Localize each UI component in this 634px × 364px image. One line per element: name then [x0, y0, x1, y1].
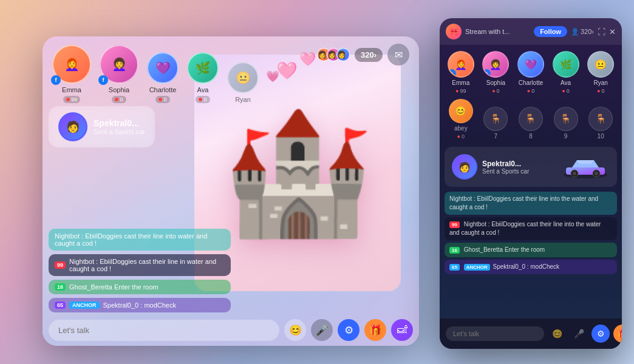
viewer-item-charlotte[interactable]: 💜 Charlotte 0 [147, 52, 179, 103]
right-chat-area: Nightbot : EbiilDoggies cast their line … [440, 189, 622, 277]
right-viewer-10[interactable]: 🪑 10 [585, 107, 616, 140]
avatar-ryan: 😐 [227, 62, 259, 93]
right-gift-action: Sent a Sports car [482, 168, 529, 175]
right-badge-sophia: ● 0 [492, 88, 499, 94]
viewer-badge-sophia: 0 [112, 96, 126, 103]
right-chat-msg-1: Nightbot : EbiilDoggies cast their line … [445, 192, 617, 215]
badge-dot [115, 98, 118, 101]
platform-icon-facebook: f [98, 75, 108, 85]
gift-sender-name: Spektral0... [94, 118, 145, 128]
right-avatar-8: 🪑 [519, 107, 543, 131]
right-settings-button[interactable]: ⚙ [591, 325, 610, 343]
gift-text-block: Spektral0... Sent a Sports car [94, 118, 145, 135]
viewer-badge-ava: 0 [196, 96, 210, 103]
gift-notification: 🧑 Spektral0... Sent a Sports car [49, 106, 155, 147]
right-viewer-9[interactable]: 🪑 9 [551, 107, 581, 140]
right-top-bar: 🎀 Stream with t... Follow 👤 320› ⛶ ✕ [440, 18, 622, 45]
right-avatar-7: 🪑 [483, 107, 508, 131]
right-gift-sender-name: Spektral0... [482, 160, 529, 168]
viewer-name-charlotte: Charlotte [149, 86, 177, 93]
right-emoji-button[interactable]: 😊 [548, 325, 566, 343]
right-gift-text: Spektral0... Sent a Sports car [482, 160, 529, 175]
viewer-badge-emma: 99 [63, 96, 80, 103]
right-gift-button[interactable]: 🎁 [613, 325, 622, 343]
chat-text-2: Nightbot : EbiilDoggies cast their line … [69, 258, 225, 272]
heart-decoration-3: 💗 [266, 70, 279, 83]
right-chat-text-3: Ghost_Beretta Enter the room [464, 246, 545, 253]
right-mic-button[interactable]: 🎤 [570, 325, 588, 343]
right-anchor-badge: ANCHOR [464, 264, 490, 271]
right-badge-abey: ● 0 [457, 133, 465, 140]
right-viewer-sophia[interactable]: 👩‍🦱 f Sophia ● 0 [481, 51, 511, 94]
avatar-wrap: 👩‍🦰 f [52, 45, 91, 84]
chat-message-2: 99 Nightbot : EbiilDoggies cast their li… [49, 254, 231, 276]
right-name-8: 8 [529, 133, 533, 140]
badge-dot [158, 98, 162, 101]
right-chat-msg-3: 16 Ghost_Beretta Enter the room [445, 243, 617, 257]
badge-dot [199, 98, 202, 101]
right-chat-text-4: Spektral0_0 : modCheck [493, 263, 560, 270]
right-chat-text-1: Nightbot : EbiilDoggies cast their line … [449, 195, 598, 211]
expand-icon[interactable]: ⛶ [598, 27, 605, 36]
viewer-item-ryan[interactable]: 😐 Ryan [227, 62, 259, 103]
right-chat-input[interactable] [446, 326, 544, 341]
viewer-item-sophia[interactable]: 👩‍🦱 f Sophia 0 [100, 45, 138, 103]
viewer-name-ryan: Ryan [235, 96, 251, 103]
right-chat-msg-4: 65 ANCHOR Spektral0_0 : modCheck [445, 260, 617, 274]
viewer-row: 👩‍🦰 f Emma 99 👩‍🦱 f Sophia 0 [52, 45, 259, 103]
chat-message-1: Nightbot : EbiilDoggies cast their line … [49, 229, 231, 251]
top-bar-right: 👩 👩 👩 320› ✉ [317, 44, 409, 66]
right-name-10: 10 [598, 133, 604, 140]
right-avatar-emma: 👩‍🦰 f [448, 51, 474, 78]
right-viewer-row-1: 👩‍🦰 f Emma ● 99 👩‍🦱 f Sophia ● 0 💜 [440, 45, 622, 96]
gift-button[interactable]: 🎁 [364, 319, 386, 341]
emoji-button[interactable]: 😊 [284, 319, 306, 341]
right-viewer-7[interactable]: 🪑 7 [481, 107, 511, 140]
mic-button[interactable]: 🎤 [311, 319, 333, 341]
settings-button[interactable]: ⚙ [338, 319, 360, 341]
right-viewer-abey[interactable]: 😊 abey ● 0 [446, 99, 476, 140]
avatar-wrap: 👩‍🦱 f [100, 45, 138, 84]
heart-decoration-1: 🩷 [276, 61, 298, 81]
gift-action: Sent a Sports car [94, 128, 145, 135]
mail-icon[interactable]: ✉ [387, 44, 409, 66]
follow-button[interactable]: Follow [534, 26, 567, 37]
right-chat-text-2: Nightbot : EbiilDoggies cast their line … [449, 221, 601, 236]
right-viewer-8[interactable]: 🪑 8 [516, 107, 546, 140]
stream-title: Stream with t... [465, 28, 530, 35]
right-avatar-9: 🪑 [554, 107, 578, 131]
mini-avatar: 👩 [336, 48, 350, 61]
right-avatar-abey: 😊 [449, 99, 473, 123]
right-avatar-10: 🪑 [588, 107, 613, 131]
couch-button[interactable]: 🛋 [391, 319, 413, 341]
avatar-wrap: 🌿 [187, 52, 219, 84]
chat-message-3: 16 Ghost_Beretta Enter the room [49, 280, 231, 294]
right-name-9: 9 [564, 133, 568, 140]
right-viewer-emma[interactable]: 👩‍🦰 f Emma ● 99 [446, 51, 476, 94]
right-avatar-ava: 🌿 [553, 51, 579, 78]
right-viewer-ryan[interactable]: 😐 Ryan ● 0 [585, 51, 616, 94]
platform-fb: f [448, 69, 456, 78]
viewer-badge-charlotte: 0 [155, 96, 169, 103]
close-icon[interactable]: ✕ [609, 27, 616, 36]
gift-sender-avatar: 🧑 [58, 112, 87, 141]
right-name-emma: Emma [452, 79, 469, 86]
left-stream-panel: 🏰 🩷 🩷 💗 👩 👩 👩 320› ✉ 👩‍🦰 [43, 36, 419, 346]
chat-input-field[interactable] [49, 320, 279, 341]
chat-badge-4: 65 [55, 302, 66, 309]
right-viewer-charlotte[interactable]: 💜 Charlotte ● 0 [516, 51, 546, 94]
viewer-item-emma[interactable]: 👩‍🦰 f Emma 99 [52, 45, 91, 103]
bottom-input-bar: 😊 🎤 ⚙ 🎁 🛋 [49, 319, 413, 341]
avatar-wrap: 💜 [147, 52, 179, 84]
right-avatar-charlotte: 💜 [517, 51, 544, 78]
avatar-wrap: 😐 [227, 62, 259, 93]
viewer-name-ava: Ava [197, 86, 209, 93]
viewer-item-ava[interactable]: 🌿 Ava 0 [187, 52, 219, 103]
chat-area: Nightbot : EbiilDoggies cast their line … [49, 229, 231, 312]
viewer-count-badge: 320› [355, 48, 383, 62]
right-chat-badge-3: 16 [449, 247, 460, 254]
chat-text-3: Ghost_Beretta Enter the room [69, 283, 158, 291]
right-viewer-ava[interactable]: 🌿 Ava ● 0 [551, 51, 581, 94]
chat-message-4: 65 ANCHOR Spektral0_0 : modCheck [49, 298, 231, 312]
right-badge-emma: ● 99 [455, 88, 466, 94]
